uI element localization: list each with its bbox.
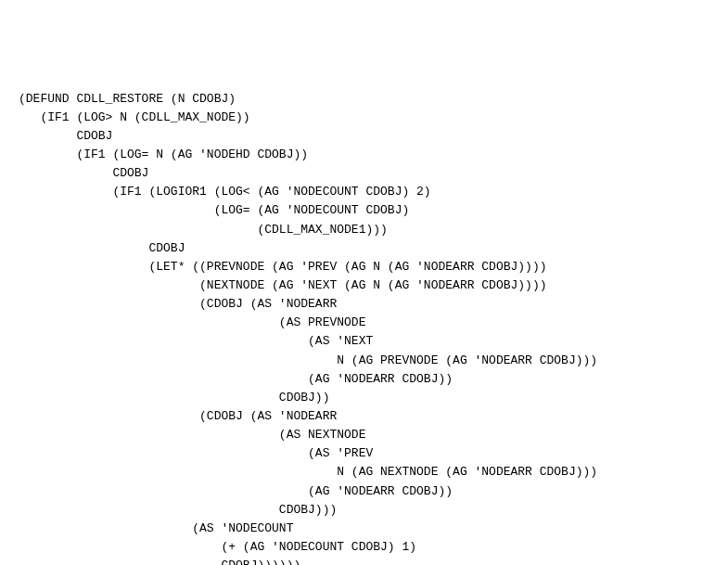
code-line: (AS NEXTNODE bbox=[19, 426, 709, 444]
code-line: (DEFUND CDLL_RESTORE (N CDOBJ) bbox=[19, 90, 709, 109]
code-line: (CDLL_MAX_NODE1))) bbox=[19, 221, 709, 239]
code-line: (CDOBJ (AS 'NODEARR bbox=[19, 295, 709, 314]
code-line: (AG 'NODEARR CDOBJ)) bbox=[19, 482, 709, 501]
code-line: (AS PREVNODE bbox=[19, 314, 709, 332]
code-line: (IF1 (LOG> N (CDLL_MAX_NODE)) bbox=[19, 109, 709, 127]
code-line: (+ (AG 'NODECOUNT CDOBJ) 1) bbox=[19, 538, 709, 557]
code-line: (CDOBJ (AS 'NODEARR bbox=[19, 407, 709, 426]
code-line: (IF1 (LOGIOR1 (LOG< (AG 'NODECOUNT CDOBJ… bbox=[19, 183, 709, 201]
code-line: (LET* ((PREVNODE (AG 'PREV (AG N (AG 'NO… bbox=[19, 258, 709, 276]
code-line: (AS 'NEXT bbox=[19, 332, 709, 351]
code-line: CDOBJ bbox=[19, 164, 709, 183]
code-line: (AS 'PREV bbox=[19, 444, 709, 463]
code-line: (AG 'NODEARR CDOBJ)) bbox=[19, 370, 709, 389]
code-block: (DEFUND CDLL_RESTORE (N CDOBJ) (IF1 (LOG… bbox=[19, 90, 709, 565]
code-line: CDOBJ)) bbox=[19, 389, 709, 407]
code-line: CDOBJ)))))) bbox=[19, 557, 709, 565]
code-line: (IF1 (LOG= N (AG 'NODEHD CDOBJ)) bbox=[19, 146, 709, 164]
code-line: (LOG= (AG 'NODECOUNT CDOBJ) bbox=[19, 201, 709, 220]
code-line: N (AG PREVNODE (AG 'NODEARR CDOBJ))) bbox=[19, 352, 709, 370]
code-line: (NEXTNODE (AG 'NEXT (AG N (AG 'NODEARR C… bbox=[19, 276, 709, 295]
code-line: CDOBJ))) bbox=[19, 501, 709, 520]
code-line: N (AG NEXTNODE (AG 'NODEARR CDOBJ))) bbox=[19, 463, 709, 482]
code-line: CDOBJ bbox=[19, 127, 709, 146]
code-line: CDOBJ bbox=[19, 239, 709, 258]
code-line: (AS 'NODECOUNT bbox=[19, 520, 709, 538]
